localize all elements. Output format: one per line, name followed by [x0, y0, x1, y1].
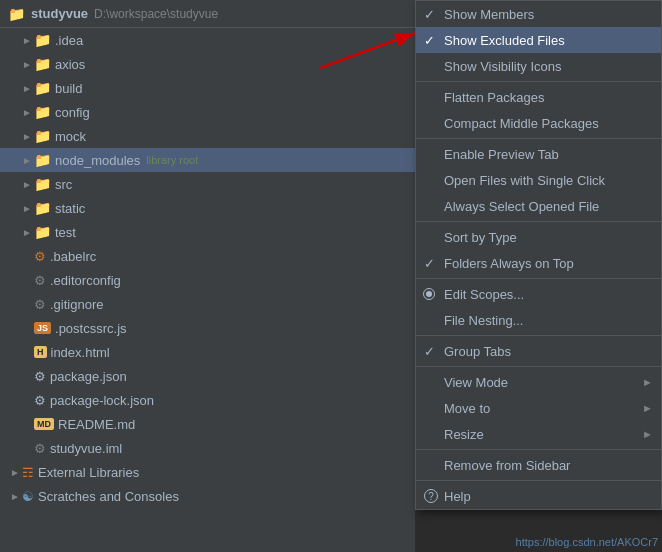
md-badge: MD — [34, 418, 54, 430]
folder-icon: 📁 — [34, 80, 51, 96]
arrow-icon: ► — [20, 129, 34, 143]
item-label: static — [55, 201, 85, 216]
js-badge: JS — [34, 322, 51, 334]
config-file-icon: ⚙ — [34, 273, 46, 288]
item-label: studyvue.iml — [50, 441, 122, 456]
menu-item-open-single[interactable]: Open Files with Single Click — [416, 167, 661, 193]
project-icon: 📁 — [8, 6, 25, 22]
menu-divider — [416, 366, 661, 367]
config-file-icon: ⚙ — [34, 297, 46, 312]
tree-row-static[interactable]: ► 📁 static — [0, 196, 415, 220]
menu-item-edit-scopes[interactable]: Edit Scopes... — [416, 281, 661, 307]
menu-item-group-tabs[interactable]: ✓ Group Tabs — [416, 338, 661, 364]
folder-icon: 📁 — [34, 176, 51, 192]
submenu-arrow-icon: ► — [642, 376, 653, 388]
menu-label: Group Tabs — [444, 344, 511, 359]
menu-divider — [416, 480, 661, 481]
menu-divider — [416, 335, 661, 336]
folder-icon: 📁 — [34, 128, 51, 144]
menu-label: File Nesting... — [444, 313, 523, 328]
arrow-icon: ► — [20, 81, 34, 95]
config-file-icon: ⚙ — [34, 249, 46, 264]
folder-icon: 📁 — [34, 104, 51, 120]
item-label: axios — [55, 57, 85, 72]
arrow-icon: ► — [20, 177, 34, 191]
menu-divider — [416, 138, 661, 139]
folder-icon: 📁 — [34, 152, 51, 168]
menu-label: Sort by Type — [444, 230, 517, 245]
item-label: .babelrc — [50, 249, 96, 264]
tree-row-studyvueiml[interactable]: ► ⚙ studyvue.iml — [0, 436, 415, 460]
project-path: D:\workspace\studyvue — [94, 7, 218, 21]
tree-row-packagelockjson[interactable]: ► ⚙ package-lock.json — [0, 388, 415, 412]
arrow-icon: ► — [20, 201, 34, 215]
folder-icon: 📁 — [34, 224, 51, 240]
arrow-icon: ► — [20, 57, 34, 71]
menu-label: Show Visibility Icons — [444, 59, 562, 74]
menu-label: View Mode — [444, 375, 508, 390]
tree-row-indexhtml[interactable]: ► H index.html — [0, 340, 415, 364]
check-icon: ✓ — [424, 344, 435, 359]
tree-row-readmemd[interactable]: ► MD README.md — [0, 412, 415, 436]
tree-row-gitignore[interactable]: ► ⚙ .gitignore — [0, 292, 415, 316]
menu-divider — [416, 221, 661, 222]
item-label: node_modules — [55, 153, 140, 168]
watermark: https://blog.csdn.net/AKOCr7 — [516, 536, 658, 548]
item-label: src — [55, 177, 72, 192]
tree-row-packagejson[interactable]: ► ⚙ package.json — [0, 364, 415, 388]
json-file-icon: ⚙ — [34, 369, 46, 384]
external-libraries-item[interactable]: ► ☶ External Libraries — [0, 460, 415, 484]
menu-item-folders-top[interactable]: ✓ Folders Always on Top — [416, 250, 661, 276]
tree-row-node-modules[interactable]: ► 📁 node_modules library root — [0, 148, 415, 172]
check-icon: ✓ — [424, 33, 435, 48]
scratches-label: Scratches and Consoles — [38, 489, 179, 504]
tree-header: 📁 studyvue D:\workspace\studyvue — [0, 0, 415, 28]
menu-item-move-to[interactable]: Move to ► — [416, 395, 661, 421]
menu-item-enable-preview[interactable]: Enable Preview Tab — [416, 141, 661, 167]
menu-item-resize[interactable]: Resize ► — [416, 421, 661, 447]
arrow-icon: ► — [8, 465, 22, 479]
menu-label: Show Members — [444, 7, 534, 22]
tree-row-config[interactable]: ► 📁 config — [0, 100, 415, 124]
tree-row-postcssrc[interactable]: ► JS .postcssrc.js — [0, 316, 415, 340]
menu-divider — [416, 449, 661, 450]
tree-row-src[interactable]: ► 📁 src — [0, 172, 415, 196]
item-label: package-lock.json — [50, 393, 154, 408]
menu-item-remove-sidebar[interactable]: Remove from Sidebar — [416, 452, 661, 478]
scratches-item[interactable]: ► ☯ Scratches and Consoles — [0, 484, 415, 508]
menu-item-show-members[interactable]: ✓ Show Members — [416, 1, 661, 27]
library-tag: library root — [146, 154, 198, 166]
file-tree: 📁 studyvue D:\workspace\studyvue ► 📁 .id… — [0, 0, 415, 552]
menu-label: Open Files with Single Click — [444, 173, 605, 188]
item-label: .idea — [55, 33, 83, 48]
tree-row-idea[interactable]: ► 📁 .idea — [0, 28, 415, 52]
tree-row-mock[interactable]: ► 📁 mock — [0, 124, 415, 148]
menu-item-file-nesting[interactable]: File Nesting... — [416, 307, 661, 333]
context-menu: ✓ Show Members ✓ Show Excluded Files Sho… — [415, 0, 662, 510]
menu-item-show-visibility[interactable]: Show Visibility Icons — [416, 53, 661, 79]
menu-item-help[interactable]: ? Help — [416, 483, 661, 509]
folder-icon: 📁 — [34, 200, 51, 216]
item-label: package.json — [50, 369, 127, 384]
check-icon: ✓ — [424, 7, 435, 22]
tree-row-axios[interactable]: ► 📁 axios — [0, 52, 415, 76]
question-mark-icon: ? — [424, 489, 438, 503]
scratches-icon: ☯ — [22, 489, 34, 504]
menu-item-flatten-packages[interactable]: Flatten Packages — [416, 84, 661, 110]
menu-item-sort-type[interactable]: Sort by Type — [416, 224, 661, 250]
menu-label: Resize — [444, 427, 484, 442]
menu-item-show-excluded[interactable]: ✓ Show Excluded Files — [416, 27, 661, 53]
menu-item-compact-middle[interactable]: Compact Middle Packages — [416, 110, 661, 136]
menu-label: Enable Preview Tab — [444, 147, 559, 162]
tree-row-build[interactable]: ► 📁 build — [0, 76, 415, 100]
menu-item-always-select[interactable]: Always Select Opened File — [416, 193, 661, 219]
menu-label: Flatten Packages — [444, 90, 544, 105]
check-icon: ✓ — [424, 256, 435, 271]
tree-row-editorconfig[interactable]: ► ⚙ .editorconfig — [0, 268, 415, 292]
tree-row-babelrc[interactable]: ► ⚙ .babelrc — [0, 244, 415, 268]
menu-divider — [416, 278, 661, 279]
iml-file-icon: ⚙ — [34, 441, 46, 456]
menu-label: Always Select Opened File — [444, 199, 599, 214]
tree-row-test[interactable]: ► 📁 test — [0, 220, 415, 244]
menu-item-view-mode[interactable]: View Mode ► — [416, 369, 661, 395]
